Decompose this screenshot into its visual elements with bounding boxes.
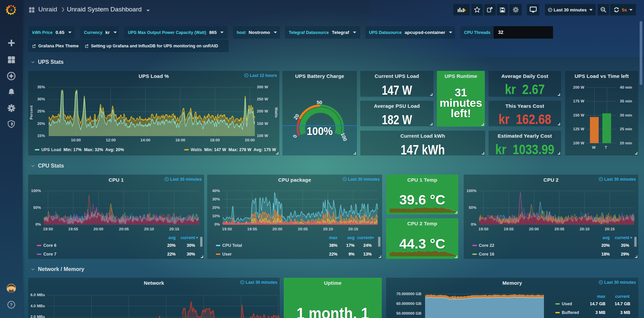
svg-text:?: ? [10,302,12,307]
